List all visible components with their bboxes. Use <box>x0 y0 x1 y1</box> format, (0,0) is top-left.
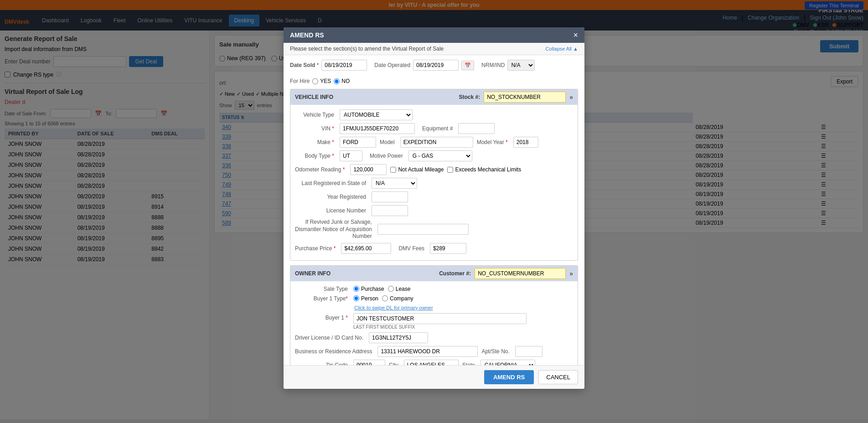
modal-footer: AMEND RS CANCEL <box>284 365 584 389</box>
for-hire-yes-label: YES <box>320 78 331 84</box>
address-row: Business or Residence Address Apt/Ste No… <box>295 346 573 357</box>
last-registered-row: Last Registered in State of N/A <box>295 178 573 189</box>
date-operated-input[interactable] <box>413 60 459 71</box>
vin-input[interactable] <box>340 123 415 134</box>
vehicle-section-title: VEHICLE INFO <box>295 94 333 100</box>
zip-city-state-row: Zip Code City State CALIFORNIA <box>295 360 573 365</box>
buyer1-name-label: Buyer 1 * <box>295 313 350 321</box>
model-label: Model <box>380 139 397 145</box>
owner-section-title: OWNER INFO <box>295 270 331 277</box>
buyer1-name-row: Buyer 1 * LAST FIRST MIDDLE SUFFIX <box>295 313 573 330</box>
purchase-price-row: Purchase Price * DMV Fees <box>295 243 573 254</box>
year-registered-row: Year Registered <box>295 191 573 202</box>
date-operated-label: Date Operated <box>374 62 410 68</box>
apt-input[interactable] <box>515 346 542 357</box>
buyer1-person-label: Person <box>361 295 378 302</box>
body-type-row: Body Type * Motive Power G - GAS <box>295 150 573 161</box>
vehicle-type-select[interactable]: AUTOMOBILE <box>340 109 413 120</box>
sale-purchase-label: Purchase <box>361 286 384 292</box>
amend-rs-button[interactable]: AMEND RS <box>484 370 534 384</box>
modal-subheader-text: Please select the section(s) to amend th… <box>290 46 444 52</box>
owner-section-body: Sale Type Purchase Lease Buyer 1 Type* <box>290 281 578 365</box>
apt-label: Apt/Ste No. <box>481 348 511 355</box>
for-hire-label: For Hire <box>290 78 310 84</box>
license-number-input[interactable] <box>372 205 408 216</box>
vin-label: VIN * <box>295 125 336 132</box>
make-input[interactable] <box>340 137 376 148</box>
for-hire-field: For Hire YES NO <box>290 78 350 84</box>
address-label: Business or Residence Address <box>295 348 374 355</box>
customer-double-arrow[interactable]: » <box>569 270 573 277</box>
equipment-input[interactable] <box>458 123 495 134</box>
dmv-fees-label: DMV Fees <box>398 245 426 252</box>
equipment-label: Equipment # <box>422 125 455 132</box>
date-sold-input[interactable] <box>321 60 367 71</box>
last-registered-label: Last Registered in State of <box>295 180 368 186</box>
motive-power-label: Motive Power <box>370 153 405 159</box>
collapse-all-link[interactable]: Collapse All ▲ <box>546 46 578 52</box>
city-input[interactable] <box>404 360 459 365</box>
model-year-input[interactable] <box>513 137 538 148</box>
for-hire-no-label: NO <box>341 78 350 84</box>
state-select[interactable]: CALIFORNIA <box>480 360 535 365</box>
stock-number-input[interactable] <box>484 92 566 103</box>
modal-top-row: Date Sold * Date Operated 📅 NRM/IND N/AN… <box>290 60 578 84</box>
stock-label: Stock #: <box>459 94 480 100</box>
last-registered-select[interactable]: N/A <box>372 178 417 189</box>
zip-input[interactable] <box>353 360 385 365</box>
body-type-input[interactable] <box>340 150 362 161</box>
vin-row: VIN * Equipment # <box>295 123 573 134</box>
owner-section-header: OWNER INFO Customer #: » <box>290 266 578 281</box>
model-year-label: Model Year * <box>477 139 510 145</box>
nrm-field: NRM/IND N/ANRMIND <box>481 60 535 71</box>
exceeds-check[interactable]: Exceeds Mechanical Limits <box>447 166 521 173</box>
modal-header: AMEND RS × <box>284 27 584 43</box>
buyer1-name-input[interactable] <box>353 313 527 324</box>
date-sold-field: Date Sold * <box>290 60 367 71</box>
purchase-price-label: Purchase Price * <box>295 245 337 252</box>
sale-lease-label: Lease <box>396 286 411 292</box>
stock-double-arrow[interactable]: » <box>569 93 573 101</box>
sale-purchase-radio[interactable]: Purchase <box>353 286 384 292</box>
license-number-label: License Number <box>295 207 368 214</box>
for-hire-yes-radio[interactable]: YES <box>312 78 331 84</box>
sale-type-label: Sale Type <box>295 286 350 292</box>
dl-label: Driver License / ID Card No. <box>295 335 365 341</box>
for-hire-no-radio[interactable]: NO <box>334 78 350 84</box>
year-registered-input[interactable] <box>372 191 408 202</box>
modal-overlay: AMEND RS × Please select the section(s) … <box>0 0 868 419</box>
vehicle-type-row: Vehicle Type AUTOMOBILE <box>295 109 573 120</box>
zip-label: Zip Code <box>295 362 350 365</box>
buyer1-person-radio[interactable]: Person <box>353 295 378 302</box>
purchase-price-input[interactable] <box>341 243 391 254</box>
junk-input[interactable] <box>377 224 469 235</box>
junk-row: If Revived Junk or Salvage,Dismantler No… <box>295 219 573 240</box>
make-model-row: Make * Model Model Year * <box>295 137 573 148</box>
modal-close-button[interactable]: × <box>573 31 578 39</box>
state-label: State <box>462 362 477 365</box>
owner-info-section: OWNER INFO Customer #: » Sale Type Purch… <box>290 265 578 365</box>
motive-power-select[interactable]: G - GAS <box>408 150 472 161</box>
swipe-dl-link[interactable]: Click to swipe DL for primary owner <box>354 305 433 310</box>
model-input[interactable] <box>400 137 473 148</box>
stock-row: Stock #: » <box>459 92 573 103</box>
vehicle-info-section: VEHICLE INFO Stock #: » Vehicle Type AUT… <box>290 89 578 261</box>
vehicle-section-header: VEHICLE INFO Stock #: » <box>290 89 578 105</box>
buyer1-company-radio[interactable]: Company <box>382 295 413 302</box>
buyer1-type-label: Buyer 1 Type* <box>295 295 350 302</box>
cancel-button[interactable]: CANCEL <box>538 370 578 384</box>
calendar-button[interactable]: 📅 <box>461 61 474 70</box>
dl-input[interactable] <box>369 332 428 343</box>
modal-subheader: Please select the section(s) to amend th… <box>284 43 584 55</box>
vehicle-type-label: Vehicle Type <box>295 112 336 118</box>
modal-body: Date Sold * Date Operated 📅 NRM/IND N/AN… <box>284 55 584 365</box>
not-actual-check[interactable]: Not Actual Mileage <box>390 166 444 173</box>
nrm-select[interactable]: N/ANRMIND <box>507 60 535 71</box>
sale-lease-radio[interactable]: Lease <box>388 286 411 292</box>
odometer-input[interactable] <box>350 164 387 175</box>
sale-type-row: Sale Type Purchase Lease <box>295 286 573 292</box>
junk-label: If Revived Junk or Salvage,Dismantler No… <box>295 219 374 240</box>
customer-number-input[interactable] <box>475 268 566 279</box>
address-input[interactable] <box>377 346 478 357</box>
dmv-fees-input[interactable] <box>430 243 466 254</box>
